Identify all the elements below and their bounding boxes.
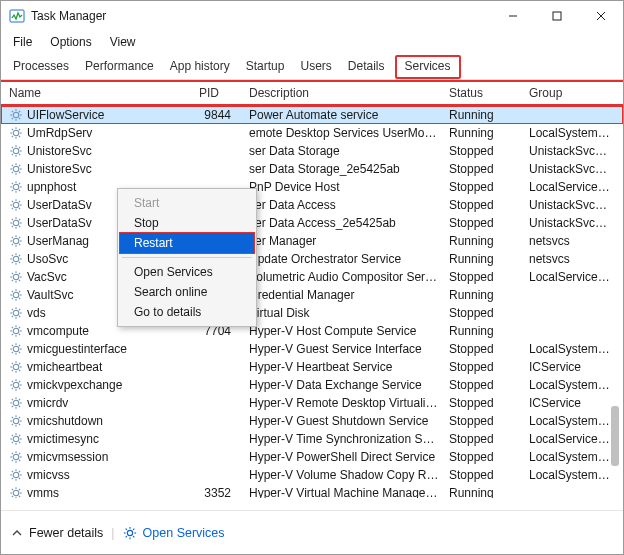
service-status: Stopped <box>445 198 525 212</box>
svg-line-121 <box>12 334 13 335</box>
service-row[interactable]: vmicshutdownHyper-V Guest Shutdown Servi… <box>1 412 623 430</box>
service-status: Running <box>445 288 525 302</box>
scrollbar-thumb[interactable] <box>611 406 619 466</box>
service-row[interactable]: vdsVirtual DiskStopped <box>1 304 623 322</box>
ctx-open-services[interactable]: Open Services <box>120 262 254 282</box>
svg-line-130 <box>12 352 13 353</box>
svg-line-84 <box>19 255 20 256</box>
service-name: vmicvmsession <box>27 450 108 464</box>
menu-file[interactable]: File <box>9 33 36 51</box>
close-button[interactable] <box>579 1 623 31</box>
service-description: Hyper-V Guest Shutdown Service <box>245 414 445 428</box>
service-row[interactable]: vmcompute7704Hyper-V Host Compute Servic… <box>1 322 623 340</box>
fewer-details-button[interactable]: Fewer details <box>11 526 103 540</box>
grid-header: Name PID Description Status Group <box>1 80 623 106</box>
ctx-restart[interactable]: Restart <box>120 233 254 253</box>
fewer-details-label: Fewer details <box>29 526 103 540</box>
svg-line-127 <box>12 345 13 346</box>
svg-point-86 <box>13 274 19 280</box>
svg-line-49 <box>12 190 13 191</box>
service-row[interactable]: UnistoreSvcser Data Storage_2e5425abStop… <box>1 160 623 178</box>
service-name: UserDataSv <box>27 198 92 212</box>
service-row[interactable]: vmicheartbeatHyper-V Heartbeat ServiceSt… <box>1 358 623 376</box>
service-description: Hyper-V Data Exchange Service <box>245 378 445 392</box>
svg-point-5 <box>13 112 19 118</box>
tab-processes[interactable]: Processes <box>7 55 75 79</box>
service-row[interactable]: UsoSvc12696Update Orchestrator ServiceRu… <box>1 250 623 268</box>
service-row[interactable]: vmickvpexchangeHyper-V Data Exchange Ser… <box>1 376 623 394</box>
service-row[interactable]: vmictimesyncHyper-V Time Synchronization… <box>1 430 623 448</box>
service-row[interactable]: VacSvcVolumetric Audio Compositor Servic… <box>1 268 623 286</box>
svg-line-163 <box>12 417 13 418</box>
svg-line-217 <box>125 528 126 529</box>
col-name[interactable]: Name <box>5 84 195 102</box>
service-status: Running <box>445 486 525 498</box>
service-row[interactable]: UnistoreSvcser Data StorageStoppedUnista… <box>1 142 623 160</box>
tab-app-history[interactable]: App history <box>164 55 236 79</box>
service-row[interactable]: UmRdpServemote Desktop Services UserMode… <box>1 124 623 142</box>
service-description: Update Orchestrator Service <box>245 252 445 266</box>
svg-line-91 <box>12 273 13 274</box>
col-group[interactable]: Group <box>525 84 615 102</box>
tab-startup[interactable]: Startup <box>240 55 291 79</box>
service-row[interactable]: UserDataSvser Data Access_2e5425abStoppe… <box>1 214 623 232</box>
svg-line-164 <box>19 424 20 425</box>
svg-line-66 <box>19 219 20 220</box>
maximize-button[interactable] <box>535 1 579 31</box>
service-group: LocalServiceAn... <box>525 180 615 194</box>
grid-body: UIFlowService9844Power Automate serviceR… <box>1 106 623 498</box>
svg-line-193 <box>12 478 13 479</box>
service-row[interactable]: vmicvmsessionHyper-V PowerShell Direct S… <box>1 448 623 466</box>
tab-details[interactable]: Details <box>342 55 391 79</box>
service-row[interactable]: VaultSvc1108Credential ManagerRunning <box>1 286 623 304</box>
service-row[interactable]: UserManagser ManagerRunningnetsvcs <box>1 232 623 250</box>
col-status[interactable]: Status <box>445 84 525 102</box>
service-gear-icon <box>9 378 23 392</box>
minimize-button[interactable] <box>491 1 535 31</box>
service-row[interactable]: UIFlowService9844Power Automate serviceR… <box>1 106 623 124</box>
svg-line-199 <box>12 489 13 490</box>
ctx-stop[interactable]: Stop <box>120 213 254 233</box>
svg-line-112 <box>12 316 13 317</box>
service-row[interactable]: vmicguestinterfaceHyper-V Guest Service … <box>1 340 623 358</box>
svg-line-93 <box>19 273 20 274</box>
service-gear-icon <box>9 108 23 122</box>
svg-line-157 <box>12 406 13 407</box>
col-description[interactable]: Description <box>245 84 445 102</box>
ctx-separator <box>122 257 252 258</box>
svg-line-166 <box>12 424 13 425</box>
svg-point-23 <box>13 148 19 154</box>
open-services-link[interactable]: Open Services <box>123 526 225 540</box>
tab-services[interactable]: Services <box>395 55 461 79</box>
svg-line-202 <box>12 496 13 497</box>
service-row[interactable]: vmms3352Hyper-V Virtual Machine Manageme… <box>1 484 623 498</box>
service-row[interactable]: UserDataSvser Data AccessStoppedUnistack… <box>1 196 623 214</box>
svg-line-75 <box>19 237 20 238</box>
tab-users[interactable]: Users <box>294 55 337 79</box>
service-row[interactable]: upnphostPnP Device HostStoppedLocalServi… <box>1 178 623 196</box>
service-status: Stopped <box>445 144 525 158</box>
vertical-scrollbar[interactable] <box>609 106 621 498</box>
service-description: Hyper-V Host Compute Service <box>245 324 445 338</box>
service-name: UserDataSv <box>27 216 92 230</box>
svg-line-218 <box>133 536 134 537</box>
service-name: vmickvpexchange <box>27 378 122 392</box>
service-name: vmicguestinterface <box>27 342 127 356</box>
col-pid[interactable]: PID <box>195 84 245 102</box>
service-row[interactable]: vmicrdvHyper-V Remote Desktop Virtualiza… <box>1 394 623 412</box>
service-name: UnistoreSvc <box>27 144 92 158</box>
service-status: Stopped <box>445 180 525 194</box>
service-row[interactable]: vmicvssHyper-V Volume Shadow Copy Reque.… <box>1 466 623 484</box>
menu-options[interactable]: Options <box>46 33 95 51</box>
menu-view[interactable]: View <box>106 33 140 51</box>
svg-line-47 <box>19 190 20 191</box>
footer-bar: Fewer details | Open Services <box>1 510 623 554</box>
service-gear-icon <box>9 450 23 464</box>
service-status: Running <box>445 252 525 266</box>
ctx-go-to-details[interactable]: Go to details <box>120 302 254 322</box>
tab-performance[interactable]: Performance <box>79 55 160 79</box>
service-status: Stopped <box>445 342 525 356</box>
ctx-search-online[interactable]: Search online <box>120 282 254 302</box>
service-gear-icon <box>9 324 23 338</box>
svg-line-46 <box>12 183 13 184</box>
